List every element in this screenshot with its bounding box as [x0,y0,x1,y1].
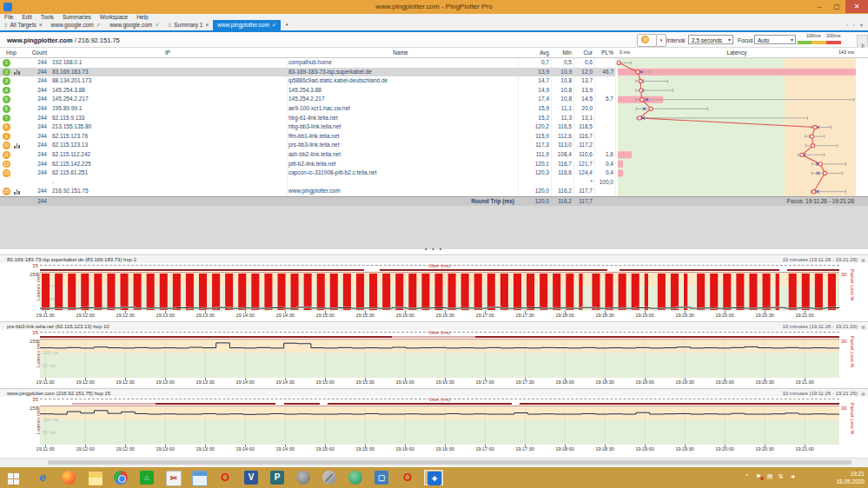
ip-cell: 145.254.3.88 [52,86,85,96]
windows-store-icon[interactable]: ⌂ [137,470,156,485]
time-tick-label: 19:11:30 [36,446,55,452]
volume-icon[interactable]: ◄ [788,473,797,479]
name-cell: ae9-100-xcr1.hac.cw.net [288,104,350,114]
splitter-area[interactable] [0,206,868,249]
defender-icon[interactable]: ⇅ [777,473,785,480]
file-explorer-icon[interactable] [85,470,104,485]
remote-desktop-icon[interactable]: ▢ [372,470,391,485]
toolbar: www.pingplotter.com / 216.92.151.75 ▾ In… [0,32,868,48]
panel-close-icon[interactable]: ⊗ [861,257,865,263]
avg-cell: 15,2 [520,114,549,123]
pingplotter-window: www.pingplotter.com - PingPlotter Pro – … [0,0,868,488]
taskbar-clock[interactable]: 19:2118.05.2020 [812,470,865,485]
tab-www-google-com-2[interactable]: www.google.com✓ [105,20,164,30]
col-ip[interactable]: IP [50,49,285,56]
time-tick-label: 19:16:00 [395,446,414,452]
time-tick-label: 19:15:30 [355,446,374,452]
time-tick-label: 19:14:00 [235,313,254,318]
plot-area[interactable]: 100 ms50 ms [40,339,839,378]
time-tick-label: 19:18:30 [595,446,613,452]
cur-cell: 13,1 [573,114,593,123]
tab-www-google-com-1[interactable]: www.google.com✓ [47,20,106,30]
menu-workspace[interactable]: Workspace [100,14,128,20]
panel-close-icon[interactable]: ⊗ [861,324,865,330]
time-tick-label: 19:15:30 [355,313,374,318]
hidden-icons-chevron[interactable]: ⌃ [743,473,752,480]
gimp-icon[interactable] [294,470,313,485]
pause-dropdown-icon[interactable]: ▾ [656,34,666,47]
col-hop[interactable]: Hop [6,49,17,56]
col-count[interactable]: Count [24,49,47,56]
minimize-button[interactable]: – [811,0,828,13]
snipping-tool-icon[interactable]: ✂ [163,470,182,485]
jitter-band: 35Jitter (ms) [0,263,868,272]
col-min[interactable]: Min [551,49,572,56]
network-icon[interactable]: ▤ [765,473,774,480]
action-center-flag-icon[interactable]: ⚑ [754,473,763,480]
microphone-icon[interactable]: ／ [320,470,339,485]
focus-select[interactable]: Auto▾ [754,35,796,44]
col-pl[interactable]: PL% [593,49,613,56]
timeline-chart-icon [14,69,21,75]
min-cell: 108,4 [551,150,572,160]
tab-summary-1-3[interactable]: ≡Summary 1× [164,20,214,30]
menu-help[interactable]: Help [136,14,148,20]
file-explorer-icon [88,471,103,486]
project-icon[interactable]: P [268,470,287,485]
min-cell: 112,6 [551,132,572,142]
time-tick-label: 19:17:00 [475,313,494,318]
col-cur[interactable]: Cur [573,49,593,56]
time-tick-label: 19:11:30 [36,379,55,385]
name-cell: ffm-bb1-link.telia.net [288,132,339,142]
globe-icon[interactable] [346,470,365,485]
time-tick-label: 19:17:00 [475,379,494,385]
tab-scroll-icon-2[interactable]: ▾ [860,22,863,28]
new-tab-button[interactable]: + [281,20,293,30]
plot-area[interactable]: 100 ms50 ms [40,272,839,311]
menu-edit[interactable]: Edit [22,14,31,20]
menu-file[interactable]: File [4,14,13,20]
latency-axis-max: 143 ms [817,49,854,55]
menu-summaries[interactable]: Summaries [63,14,91,20]
timeline-panel-3: www.pingplotter.com (216.92.151.75) hop … [0,388,868,455]
maximize-button[interactable]: ▢ [828,0,845,13]
timeline-panel-1: 83-169-183-73-isp.superkabel.de (83.169.… [0,254,868,321]
internet-explorer-icon[interactable]: e [33,470,52,485]
visio-icon[interactable]: V [242,470,261,485]
packet-loss-axis-label: Packet Loss % [850,399,855,439]
scrollbar-thumb[interactable] [48,460,851,465]
time-tick-label: 19:13:30 [195,446,214,452]
jitter-axis-label: Jitter (ms) [40,330,839,335]
tab-all-targets-0[interactable]: ≡All Targets× [0,20,47,30]
col-name[interactable]: Name [287,49,514,56]
opera-icon-2[interactable]: O [398,470,417,485]
avg-cell: 120,0 [520,187,549,196]
close-button[interactable]: ✕ [845,0,868,13]
interval-select[interactable]: 2,5 seconds▾ [688,35,733,44]
tab-scroll-icon-1[interactable]: › [853,22,855,27]
panel-close-icon[interactable]: ⊗ [861,391,865,397]
pingplotter-icon[interactable]: ⌖ [424,470,443,485]
plot-area[interactable]: 100 ms50 ms [40,406,839,445]
panel-time-range: 10 minutes (19:11:26 - 19:21:26) [782,257,858,262]
col-avg[interactable]: Avg [520,49,549,56]
start-button[interactable] [2,470,23,485]
chrome-icon[interactable] [111,470,130,485]
close-tab-icon[interactable]: × [39,22,43,28]
calculator-icon[interactable] [189,470,209,485]
legend-red-bar [826,41,841,44]
time-tick-label: 19:12:30 [116,313,134,318]
trace-table-body: 1244192.168.0.1compalhub.home0,70,50,622… [0,58,868,196]
tab-www-pingplotter-com-4[interactable]: www.pingplotter.com✓ [213,20,281,30]
pause-icon [641,36,649,43]
interval-label: Interval [666,37,685,43]
menu-tools[interactable]: Tools [41,14,54,20]
jitter-axis-label: Jitter (ms) [40,263,839,268]
firefox-icon[interactable] [59,470,78,485]
pause-button[interactable] [637,34,657,47]
horizontal-scrollbar[interactable] [0,458,868,466]
close-tab-icon[interactable]: × [205,22,209,28]
splitter-handle[interactable]: • • • [0,246,868,252]
opera-icon[interactable]: O [215,470,235,485]
tab-scroll-icon-0[interactable]: ‹ [846,22,848,27]
